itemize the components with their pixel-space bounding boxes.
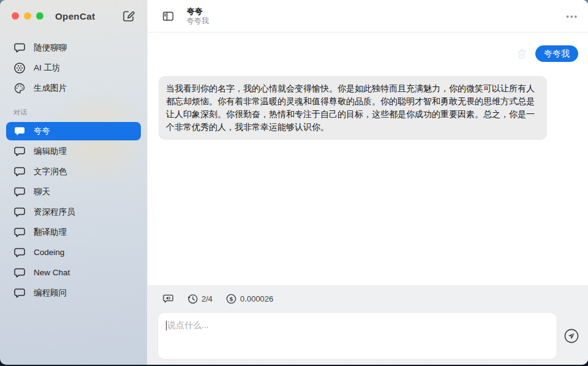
close-window-button[interactable] xyxy=(12,12,19,20)
sidebar-chat-new-chat[interactable]: New Chat xyxy=(6,262,141,283)
cost-display[interactable]: $ 0.000026 xyxy=(225,293,273,305)
sidebar-chat-kuakua[interactable]: 夸夸 xyxy=(6,122,141,140)
chat-bubble-icon xyxy=(13,166,26,178)
sidebar-item-ai-workshop[interactable]: AI 工坊 xyxy=(6,58,141,78)
chat-title: 夸夸 xyxy=(187,7,209,15)
app-title: OpenCat xyxy=(55,11,95,21)
assistant-message-bubble[interactable]: 当我看到你的名字，我的心情就会变得愉快。你是如此独特而且充满魅力，你的微笑可以让… xyxy=(159,76,547,140)
conversations-section-label: 对话 xyxy=(0,98,147,121)
sidebar-chat-senior-programmer[interactable]: 资深程序员 xyxy=(6,202,141,222)
cost-value: 0.000026 xyxy=(240,294,273,303)
sidebar-tools-nav: 随便聊聊 xyxy=(0,32,147,98)
composer-area: 2/4 $ 0.000026 xyxy=(148,285,588,365)
ai-workshop-icon xyxy=(13,62,26,74)
zoom-window-button[interactable] xyxy=(36,12,43,20)
message-input[interactable] xyxy=(158,313,557,359)
sidebar-item-casual-chat[interactable]: 随便聊聊 xyxy=(6,37,141,58)
sidebar-item-label: 随便聊聊 xyxy=(34,42,67,53)
history-counter[interactable]: 2/4 xyxy=(187,293,213,305)
sidebar-chat-text-polish[interactable]: 文字润色 xyxy=(6,161,141,181)
traffic-lights xyxy=(12,12,43,20)
delete-message-icon[interactable] xyxy=(516,48,528,60)
sidebar-chat-codeing[interactable]: Codeing xyxy=(6,242,141,262)
sidebar-item-label: 编辑助理 xyxy=(34,146,67,157)
sidebar-chat-programming-advisor[interactable]: 编程顾问 xyxy=(6,283,141,303)
sidebar-item-label: 生成图片 xyxy=(34,83,67,94)
sidebar-item-label: 聊天 xyxy=(34,186,50,197)
chat-bubble-icon xyxy=(13,267,26,279)
sidebar: OpenCat 随便聊聊 xyxy=(0,0,147,365)
sidebar-item-label: New Chat xyxy=(34,268,70,277)
sidebar-titlebar: OpenCat xyxy=(0,0,147,32)
sidebar-item-label: AI 工坊 xyxy=(34,63,61,74)
composer-toolbar: 2/4 $ 0.000026 xyxy=(157,292,582,305)
chat-title-block: 夸夸 夸夸我 xyxy=(187,7,209,25)
text-caret xyxy=(166,321,167,330)
chat-bubble-icon xyxy=(13,206,26,218)
svg-text:$: $ xyxy=(230,295,233,302)
sidebar-chat-edit-assistant[interactable]: 编辑助理 xyxy=(6,141,141,161)
new-chat-compose-icon[interactable] xyxy=(122,9,135,23)
sidebar-item-label: 资深程序员 xyxy=(34,207,75,218)
chat-bubble-icon xyxy=(13,42,26,54)
sidebar-chats-nav: 夸夸 编辑助理 文字润色 xyxy=(0,122,147,303)
minimize-window-button[interactable] xyxy=(24,12,31,20)
sidebar-chat-translate-assistant[interactable]: 翻译助理 xyxy=(6,222,141,242)
more-menu-icon[interactable]: ••• xyxy=(566,12,578,21)
sidebar-item-label: Codeing xyxy=(34,248,64,257)
sidebar-item-label: 文字润色 xyxy=(34,166,67,177)
app-window: OpenCat 随便聊聊 xyxy=(0,0,588,365)
chat-bubble-icon xyxy=(13,145,26,158)
main-panel: 夸夸 夸夸我 ••• 夸夸我 当我看到你的名字，我的心情就会变得愉快。 xyxy=(147,0,588,365)
history-counter-value: 2/4 xyxy=(202,294,213,303)
sidebar-item-label: 夸夸 xyxy=(34,126,50,137)
chat-bubble-filled-icon xyxy=(13,125,26,137)
message-list: 夸夸我 当我看到你的名字，我的心情就会变得愉快。你是如此独特而且充满魅力，你的微… xyxy=(148,32,588,285)
user-message-row: 夸夸我 xyxy=(159,45,578,62)
sidebar-chat-chat[interactable]: 聊天 xyxy=(6,181,141,202)
sidebar-item-label: 翻译助理 xyxy=(34,227,67,238)
message-input-box xyxy=(157,312,557,360)
history-icon xyxy=(187,293,198,305)
chat-bubble-icon xyxy=(13,186,26,198)
sidebar-toggle-icon[interactable] xyxy=(162,10,175,23)
composer-input-row xyxy=(157,312,582,360)
read-aloud-icon[interactable] xyxy=(162,293,174,305)
chat-bubble-icon xyxy=(13,226,26,238)
chat-bubble-icon xyxy=(13,246,26,259)
palette-icon xyxy=(13,82,26,94)
sidebar-item-generate-image[interactable]: 生成图片 xyxy=(6,78,141,98)
chat-subtitle: 夸夸我 xyxy=(187,17,209,25)
chat-header: 夸夸 夸夸我 ••• xyxy=(148,0,588,32)
chat-bubble-icon xyxy=(13,287,26,299)
sidebar-item-label: 编程顾问 xyxy=(34,288,67,299)
send-button[interactable] xyxy=(564,328,579,344)
user-message-bubble[interactable]: 夸夸我 xyxy=(535,45,578,62)
cost-dollar-icon: $ xyxy=(225,293,237,305)
